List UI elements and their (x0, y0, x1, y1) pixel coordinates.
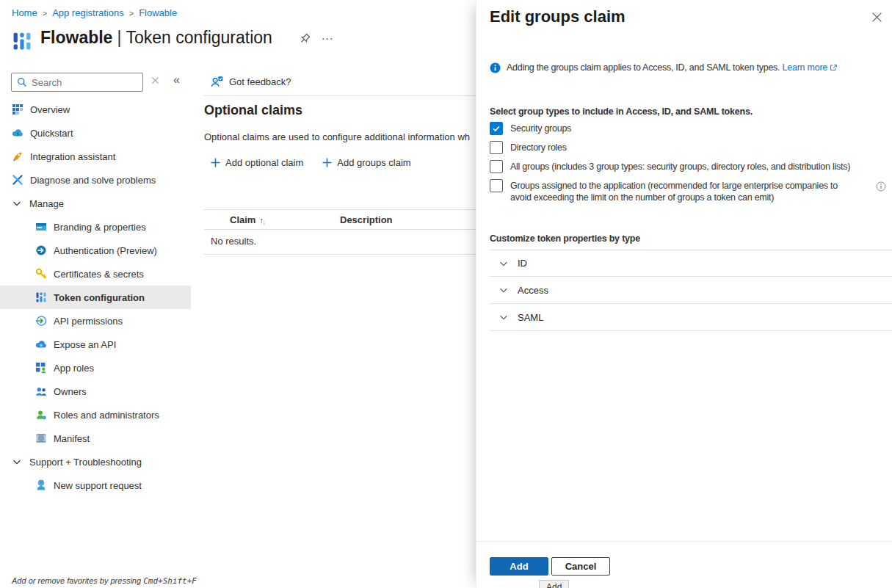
check-icon (492, 124, 501, 133)
token-bars-app-icon (12, 31, 32, 51)
chevron-down-icon (12, 198, 22, 208)
sidebar-item-integration-assistant[interactable]: Integration assistant (0, 145, 191, 168)
add-button[interactable]: Add (490, 557, 548, 576)
add-button-tooltip: Add (539, 580, 569, 588)
more-actions-icon[interactable]: ... (322, 29, 333, 43)
pin-icon[interactable] (299, 33, 311, 46)
info-icon (490, 62, 501, 73)
breadcrumb-app-registrations[interactable]: App registrations (52, 7, 124, 18)
checkbox-unchecked[interactable] (490, 179, 503, 192)
breadcrumb-separator: > (37, 9, 52, 18)
column-claim[interactable]: Claim↑↓ (230, 214, 266, 225)
claims-table-header: Claim↑↓ Description (204, 209, 477, 230)
breadcrumb-flowable[interactable]: Flowable (139, 7, 177, 18)
checkbox-directory-roles[interactable]: Directory roles (490, 141, 567, 154)
sidebar-search[interactable] (11, 73, 143, 92)
sidebar-item-app-roles[interactable]: App roles (0, 356, 191, 380)
accordion-access[interactable]: Access (490, 277, 892, 304)
sidebar-item-api-permissions[interactable]: API permissions (0, 309, 191, 333)
column-description[interactable]: Description (340, 214, 393, 225)
checkbox-unchecked[interactable] (490, 160, 503, 173)
sidebar-item-new-support-request[interactable]: New support request (0, 473, 191, 497)
sidebar-item-token-configuration[interactable]: Token configuration (0, 286, 191, 309)
plus-icon (211, 158, 220, 167)
edit-groups-claim-panel: Edit groups claim Adding the groups clai… (476, 0, 892, 588)
checkbox-groups-assigned[interactable]: Groups assigned to the application (reco… (490, 179, 846, 203)
sidebar-nav: Overview Quickstart Integration assistan… (0, 98, 191, 497)
braces-icon: { } (35, 432, 47, 444)
sidebar-item-quickstart[interactable]: Quickstart (0, 121, 191, 145)
keyboard-shortcut: Cmd+Shift+F (143, 576, 197, 586)
favorites-hint: Add or remove favorites by pressing Cmd+… (12, 576, 197, 586)
sidebar-item-certificates-secrets[interactable]: Certificates & secrets (0, 262, 191, 286)
sidebar-item-authentication[interactable]: Authentication (Preview) (0, 239, 191, 262)
key-icon (35, 268, 47, 280)
page-title-section: Token configuration (126, 28, 272, 47)
accordion-saml[interactable]: SAML (490, 304, 892, 331)
api-arrow-icon (35, 315, 47, 327)
info-text: Adding the groups claim applies to Acces… (507, 62, 780, 73)
sidebar-item-roles-administrators[interactable]: Roles and administrators (0, 403, 191, 427)
search-icon (17, 77, 27, 87)
sidebar-group-manage[interactable]: Manage (0, 192, 191, 215)
group-types-label: Select group types to include in Access,… (490, 106, 753, 117)
divider (204, 95, 477, 96)
got-feedback-button[interactable]: Got feedback? (211, 76, 291, 88)
cloud-icon (35, 338, 47, 350)
page-title: Flowable|Token configuration (40, 28, 272, 48)
sort-desc-icon: ↓ (262, 217, 266, 226)
window-icon (35, 221, 47, 233)
sidebar-item-expose-api[interactable]: Expose an API (0, 333, 191, 356)
breadcrumb: Home > App registrations > Flowable (12, 7, 177, 18)
panel-title: Edit groups claim (490, 7, 626, 26)
token-type-accordions: ID Access SAML (490, 250, 892, 331)
chevron-down-icon (498, 258, 509, 269)
grid-icon (12, 104, 23, 115)
plus-icon (322, 158, 332, 167)
divider (204, 254, 477, 255)
collapse-menu-icon[interactable]: « (173, 73, 180, 87)
checkbox-unchecked[interactable] (490, 141, 503, 154)
close-icon[interactable] (871, 12, 882, 23)
info-banner: Adding the groups claim applies to Acces… (490, 62, 879, 73)
cancel-button[interactable]: Cancel (551, 557, 610, 576)
search-input[interactable] (32, 77, 142, 88)
info-outline-icon[interactable] (876, 181, 886, 192)
chevron-down-icon (498, 285, 509, 295)
support-person-icon (35, 479, 47, 491)
token-bars-icon (35, 291, 47, 303)
rocket-icon (12, 150, 23, 162)
cloud-bolt-icon (12, 127, 23, 139)
breadcrumb-home[interactable]: Home (12, 7, 37, 18)
external-link-icon (829, 63, 838, 72)
checkbox-security-groups[interactable]: Security groups (490, 122, 571, 135)
no-results-text: No results. (211, 236, 256, 247)
chevron-down-icon (12, 457, 22, 467)
learn-more-link[interactable]: Learn more (783, 62, 838, 73)
sidebar-item-owners[interactable]: Owners (0, 380, 191, 403)
optional-claims-title: Optional claims (204, 103, 302, 118)
chevron-down-icon (498, 312, 509, 322)
people-icon (35, 385, 47, 397)
sidebar-item-manifest[interactable]: { } Manifest (0, 427, 191, 450)
tools-icon (12, 174, 23, 186)
sidebar-item-branding-properties[interactable]: Branding & properties (0, 215, 191, 239)
sidebar-group-support-troubleshooting[interactable]: Support + Troubleshooting (0, 450, 191, 473)
sidebar-item-diagnose[interactable]: Diagnose and solve problems (0, 168, 191, 192)
checkbox-all-groups[interactable]: All groups (includes 3 group types: secu… (490, 160, 850, 173)
optional-claims-description: Optional claims are used to configure ad… (204, 131, 477, 142)
breadcrumb-separator: > (124, 9, 139, 18)
divider (476, 541, 892, 542)
add-groups-claim-button[interactable]: Add groups claim (322, 157, 410, 168)
checkbox-checked[interactable] (490, 122, 503, 135)
feedback-person-icon (211, 76, 223, 88)
grid-person-icon (35, 362, 47, 374)
auth-arrow-icon (35, 244, 47, 256)
svg-text:{ }: { } (35, 435, 46, 442)
person-badge-icon (35, 409, 47, 421)
clear-search-icon[interactable] (151, 76, 159, 84)
add-optional-claim-button[interactable]: Add optional claim (211, 157, 303, 168)
customize-token-label: Customize token properties by type (490, 233, 640, 244)
sidebar-item-overview[interactable]: Overview (0, 98, 191, 121)
accordion-id[interactable]: ID (490, 250, 892, 277)
